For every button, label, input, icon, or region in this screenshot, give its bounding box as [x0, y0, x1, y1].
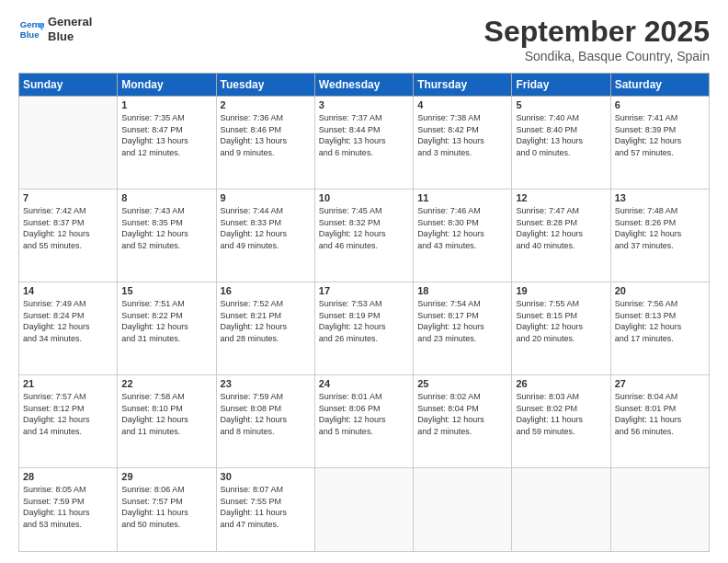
location: Sondika, Basque Country, Spain — [484, 49, 710, 63]
calendar-cell: 17Sunrise: 7:53 AM Sunset: 8:19 PM Dayli… — [314, 282, 413, 375]
day-info: Sunrise: 8:04 AM Sunset: 8:01 PM Dayligh… — [615, 391, 705, 437]
day-number: 4 — [417, 99, 507, 110]
day-info: Sunrise: 7:35 AM Sunset: 8:47 PM Dayligh… — [121, 112, 211, 158]
calendar-cell: 27Sunrise: 8:04 AM Sunset: 8:01 PM Dayli… — [610, 375, 709, 468]
col-header-wednesday: Wednesday — [314, 74, 413, 97]
day-number: 9 — [221, 192, 311, 203]
day-number: 15 — [121, 285, 211, 296]
day-info: Sunrise: 7:54 AM Sunset: 8:17 PM Dayligh… — [417, 298, 507, 344]
week-row-2: 14Sunrise: 7:49 AM Sunset: 8:24 PM Dayli… — [19, 282, 710, 375]
week-row-1: 7Sunrise: 7:42 AM Sunset: 8:37 PM Daylig… — [19, 190, 710, 282]
day-number: 5 — [516, 99, 606, 110]
calendar-cell: 29Sunrise: 8:06 AM Sunset: 7:57 PM Dayli… — [118, 468, 216, 552]
day-number: 1 — [121, 99, 211, 110]
month-title: September 2025 — [484, 15, 710, 49]
logo: General Blue General Blue — [18, 15, 92, 43]
day-number: 18 — [417, 285, 507, 296]
day-number: 23 — [221, 378, 311, 389]
day-number: 30 — [221, 471, 311, 482]
day-info: Sunrise: 7:46 AM Sunset: 8:30 PM Dayligh… — [417, 205, 507, 251]
week-row-4: 28Sunrise: 8:05 AM Sunset: 7:59 PM Dayli… — [19, 468, 710, 552]
calendar-cell: 4Sunrise: 7:38 AM Sunset: 8:42 PM Daylig… — [414, 97, 512, 190]
calendar-cell: 12Sunrise: 7:47 AM Sunset: 8:28 PM Dayli… — [512, 190, 610, 282]
day-info: Sunrise: 7:58 AM Sunset: 8:10 PM Dayligh… — [121, 391, 211, 437]
calendar-cell: 1Sunrise: 7:35 AM Sunset: 8:47 PM Daylig… — [118, 97, 216, 190]
col-header-friday: Friday — [512, 74, 610, 97]
calendar-cell: 16Sunrise: 7:52 AM Sunset: 8:21 PM Dayli… — [216, 282, 314, 375]
calendar-cell: 2Sunrise: 7:36 AM Sunset: 8:46 PM Daylig… — [216, 97, 314, 190]
calendar-cell: 15Sunrise: 7:51 AM Sunset: 8:22 PM Dayli… — [118, 282, 216, 375]
header: General Blue General Blue September 2025… — [18, 15, 710, 63]
day-number: 13 — [615, 192, 705, 203]
calendar-cell: 13Sunrise: 7:48 AM Sunset: 8:26 PM Dayli… — [610, 190, 709, 282]
day-number: 3 — [319, 99, 409, 110]
calendar-cell: 30Sunrise: 8:07 AM Sunset: 7:55 PM Dayli… — [216, 468, 314, 552]
day-number: 8 — [121, 192, 211, 203]
calendar-cell — [19, 97, 118, 190]
day-number: 27 — [615, 378, 705, 389]
calendar-cell: 19Sunrise: 7:55 AM Sunset: 8:15 PM Dayli… — [512, 282, 610, 375]
day-info: Sunrise: 7:57 AM Sunset: 8:12 PM Dayligh… — [23, 391, 113, 437]
calendar-cell: 23Sunrise: 7:59 AM Sunset: 8:08 PM Dayli… — [216, 375, 314, 468]
calendar-cell: 21Sunrise: 7:57 AM Sunset: 8:12 PM Dayli… — [19, 375, 118, 468]
day-number: 20 — [615, 285, 705, 296]
week-row-3: 21Sunrise: 7:57 AM Sunset: 8:12 PM Dayli… — [19, 375, 710, 468]
day-number: 10 — [319, 192, 409, 203]
calendar-cell — [610, 468, 709, 552]
page: General Blue General Blue September 2025… — [0, 0, 728, 563]
col-header-monday: Monday — [118, 74, 216, 97]
day-number: 17 — [319, 285, 409, 296]
day-info: Sunrise: 8:06 AM Sunset: 7:57 PM Dayligh… — [121, 484, 211, 530]
logo-line2: Blue — [48, 29, 92, 44]
day-number: 24 — [319, 378, 409, 389]
day-number: 14 — [23, 285, 113, 296]
calendar-cell: 18Sunrise: 7:54 AM Sunset: 8:17 PM Dayli… — [414, 282, 512, 375]
col-header-tuesday: Tuesday — [216, 74, 314, 97]
header-row: SundayMondayTuesdayWednesdayThursdayFrid… — [19, 74, 710, 97]
svg-text:Blue: Blue — [20, 29, 40, 39]
day-info: Sunrise: 7:49 AM Sunset: 8:24 PM Dayligh… — [23, 298, 113, 344]
calendar-cell: 3Sunrise: 7:37 AM Sunset: 8:44 PM Daylig… — [314, 97, 413, 190]
day-number: 28 — [23, 471, 113, 482]
calendar-cell — [512, 468, 610, 552]
calendar-cell: 11Sunrise: 7:46 AM Sunset: 8:30 PM Dayli… — [414, 190, 512, 282]
calendar-cell: 10Sunrise: 7:45 AM Sunset: 8:32 PM Dayli… — [314, 190, 413, 282]
calendar-cell: 14Sunrise: 7:49 AM Sunset: 8:24 PM Dayli… — [19, 282, 118, 375]
title-block: September 2025 Sondika, Basque Country, … — [484, 15, 710, 63]
day-info: Sunrise: 7:48 AM Sunset: 8:26 PM Dayligh… — [615, 205, 705, 251]
day-info: Sunrise: 7:41 AM Sunset: 8:39 PM Dayligh… — [615, 112, 705, 158]
day-info: Sunrise: 7:45 AM Sunset: 8:32 PM Dayligh… — [319, 205, 409, 251]
day-number: 29 — [121, 471, 211, 482]
calendar-cell: 20Sunrise: 7:56 AM Sunset: 8:13 PM Dayli… — [610, 282, 709, 375]
day-info: Sunrise: 7:38 AM Sunset: 8:42 PM Dayligh… — [417, 112, 507, 158]
day-info: Sunrise: 7:59 AM Sunset: 8:08 PM Dayligh… — [221, 391, 311, 437]
day-info: Sunrise: 7:40 AM Sunset: 8:40 PM Dayligh… — [516, 112, 606, 158]
calendar-cell: 22Sunrise: 7:58 AM Sunset: 8:10 PM Dayli… — [118, 375, 216, 468]
calendar-cell: 26Sunrise: 8:03 AM Sunset: 8:02 PM Dayli… — [512, 375, 610, 468]
day-number: 22 — [121, 378, 211, 389]
week-row-0: 1Sunrise: 7:35 AM Sunset: 8:47 PM Daylig… — [19, 97, 710, 190]
day-info: Sunrise: 7:43 AM Sunset: 8:35 PM Dayligh… — [121, 205, 211, 251]
logo-icon: General Blue — [18, 17, 44, 42]
day-info: Sunrise: 7:53 AM Sunset: 8:19 PM Dayligh… — [319, 298, 409, 344]
day-number: 25 — [417, 378, 507, 389]
day-number: 12 — [516, 192, 606, 203]
calendar-cell: 7Sunrise: 7:42 AM Sunset: 8:37 PM Daylig… — [19, 190, 118, 282]
calendar-cell — [314, 468, 413, 552]
day-info: Sunrise: 7:36 AM Sunset: 8:46 PM Dayligh… — [221, 112, 311, 158]
day-info: Sunrise: 7:55 AM Sunset: 8:15 PM Dayligh… — [516, 298, 606, 344]
col-header-sunday: Sunday — [19, 74, 118, 97]
calendar-cell: 25Sunrise: 8:02 AM Sunset: 8:04 PM Dayli… — [414, 375, 512, 468]
day-info: Sunrise: 8:07 AM Sunset: 7:55 PM Dayligh… — [221, 484, 311, 530]
day-number: 11 — [417, 192, 507, 203]
day-number: 19 — [516, 285, 606, 296]
day-number: 26 — [516, 378, 606, 389]
day-info: Sunrise: 7:51 AM Sunset: 8:22 PM Dayligh… — [121, 298, 211, 344]
logo-text: General Blue — [48, 15, 92, 43]
day-number: 6 — [615, 99, 705, 110]
col-header-thursday: Thursday — [414, 74, 512, 97]
day-number: 16 — [221, 285, 311, 296]
day-number: 21 — [23, 378, 113, 389]
day-number: 7 — [23, 192, 113, 203]
day-info: Sunrise: 7:52 AM Sunset: 8:21 PM Dayligh… — [221, 298, 311, 344]
